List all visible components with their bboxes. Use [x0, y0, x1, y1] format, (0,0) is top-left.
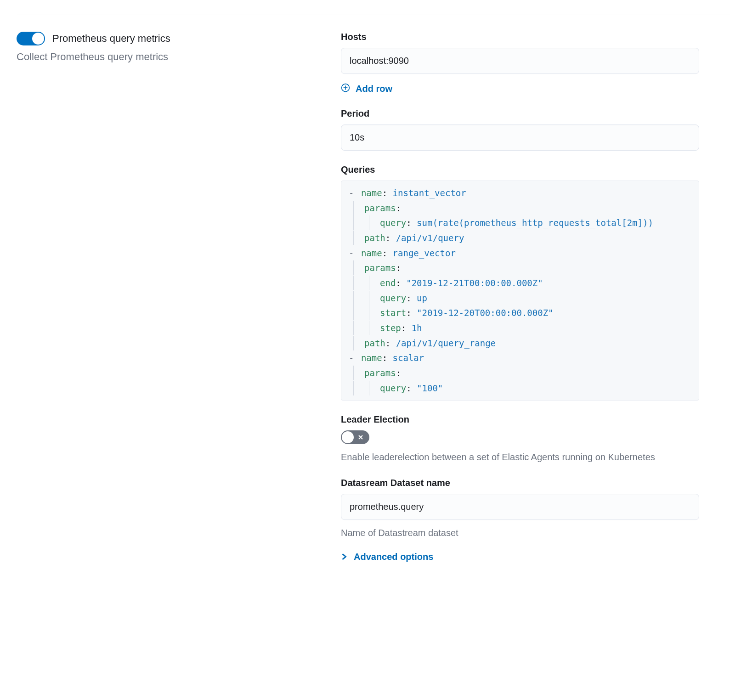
dataset-name-input[interactable] — [341, 494, 699, 520]
period-input[interactable] — [341, 124, 699, 151]
hosts-label: Hosts — [341, 32, 699, 42]
chevron-right-icon — [341, 552, 347, 562]
leader-election-label: Leader Election — [341, 414, 699, 425]
hosts-input[interactable] — [341, 48, 699, 74]
leader-election-toggle[interactable] — [341, 430, 369, 444]
prometheus-query-metrics-toggle[interactable] — [17, 32, 45, 45]
add-row-label: Add row — [356, 84, 392, 94]
check-icon — [18, 32, 32, 45]
period-label: Period — [341, 108, 699, 119]
dataset-name-label: Datasream Dataset name — [341, 478, 699, 488]
section-divider — [17, 15, 730, 15]
x-icon — [354, 430, 368, 444]
queries-code-editor[interactable]: - name: instant_vectorparams:query: sum(… — [341, 181, 699, 401]
queries-label: Queries — [341, 164, 699, 175]
advanced-options-label: Advanced options — [354, 552, 433, 562]
add-row-button[interactable]: Add row — [341, 83, 392, 95]
plus-circle-icon — [341, 83, 350, 95]
leader-election-helper: Enable leaderelection between a set of E… — [341, 451, 699, 464]
section-description: Collect Prometheus query metrics — [17, 51, 315, 63]
section-title: Prometheus query metrics — [52, 33, 170, 45]
dataset-name-helper: Name of Datastream dataset — [341, 526, 699, 540]
advanced-options-toggle[interactable]: Advanced options — [341, 552, 433, 562]
